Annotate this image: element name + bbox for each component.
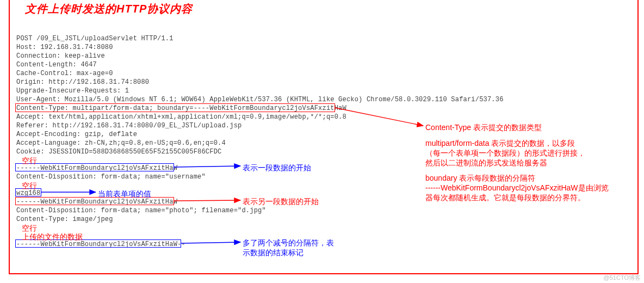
http-line: Accept-Language: zh-CN,zh;q=0.8,en-US;q=… xyxy=(16,139,226,147)
label-empty-line-1: 空行 xyxy=(22,156,37,167)
http-line: Content-Length: 4647 xyxy=(16,61,97,69)
note-multipart-3: 然后以二进制流的形式发送给服务器 xyxy=(425,158,547,169)
http-line: Upgrade-Insecure-Requests: 1 xyxy=(16,87,129,95)
note-boundary-3: 器每次都随机生成。它就是每段数据的分界符。 xyxy=(425,193,585,204)
label-segment-start: 表示一段数据的开始 xyxy=(243,163,311,174)
body-line: Content-Type: image/jpeg xyxy=(16,216,113,223)
http-line: Referer: http://192.168.31.74:8080/09_EL… xyxy=(16,122,242,130)
note-boundary-1: boundary 表示每段数据的分隔符 xyxy=(425,173,535,184)
http-line: POST /09_EL_JSTL/uploadServlet HTTP/1.1 xyxy=(16,35,174,42)
http-line: Cache-Control: max-age=0 xyxy=(16,70,113,77)
http-line: User-Agent: Mozilla/5.0 (Windows NT 6.1;… xyxy=(16,96,504,103)
http-line: Accept: text/html,application/xhtml+xml,… xyxy=(16,113,346,121)
label-file-data: 上传的文件的数据 xyxy=(22,232,83,243)
note-content-type: Content-Type 表示提交的数据类型 xyxy=(425,122,542,133)
label-empty-line-2: 空行 xyxy=(22,181,37,192)
watermark: @51CTO博客 xyxy=(604,274,641,282)
http-line: Cookie: JSESSIONID=588D36868550E65F52155… xyxy=(16,148,221,156)
body-line: Content-Disposition: form-data; name="ph… xyxy=(16,207,266,214)
body-line: Content-Disposition: form-data; name="us… xyxy=(16,173,206,181)
http-line: Origin: http://192.168.31.74:8080 xyxy=(16,78,149,86)
note-boundary-2: ------WebKitFormBoundarycl2joVsAFxzitHaW… xyxy=(425,183,609,194)
note-multipart-1: multipart/form-data 表示提交的数据，以多段 xyxy=(425,138,575,149)
http-line: Host: 192.168.31.74:8080 xyxy=(16,44,113,51)
label-segment-start2: 表示另一段数据的开始 xyxy=(243,196,319,207)
label-end-marker-2: 示数据的结束标记 xyxy=(243,248,304,259)
highlight-content-type xyxy=(15,103,335,112)
note-multipart-2: （每一个表单项一个数据段）的形式进行拼接， xyxy=(425,148,585,159)
http-line: Accept-Encoding: gzip, deflate xyxy=(16,131,137,138)
label-form-value: 当前表单项的值 xyxy=(98,189,151,200)
highlight-boundary-start1 xyxy=(15,163,174,171)
http-line: Connection: keep-alive xyxy=(16,52,105,60)
label-end-marker-1: 多了两个减号的分隔符，表 xyxy=(243,238,334,249)
page-title: 文件上传时发送的HTTP协议内容 xyxy=(25,2,193,16)
